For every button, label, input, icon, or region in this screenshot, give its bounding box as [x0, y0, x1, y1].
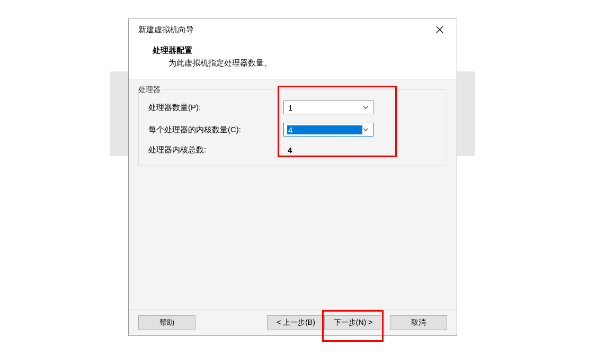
label-total-cores: 处理器内核总数:: [148, 145, 283, 155]
dropdown-value: 4: [287, 125, 362, 134]
wizard-button-bar: 帮助 < 上一步(B) 下一步(N) > 取消: [129, 309, 457, 335]
label-processor-count: 处理器数量(P):: [148, 103, 283, 113]
cancel-button[interactable]: 取消: [390, 315, 447, 330]
chevron-down-icon: [362, 104, 369, 111]
processor-fieldset: 处理器数量(P): 1 每个处理器的内核数量(C): 4: [138, 89, 447, 166]
row-total-cores: 处理器内核总数: 4: [148, 145, 437, 155]
chevron-down-icon: [362, 126, 369, 133]
close-icon[interactable]: [429, 19, 450, 40]
label-cores-per-processor: 每个处理器的内核数量(C):: [148, 125, 283, 135]
dialog-title: 新建虚拟机向导: [138, 25, 194, 35]
wizard-dialog: 新建虚拟机向导 处理器配置 为此虚拟机指定处理器数量。 处理器 处理器数量(P)…: [128, 19, 457, 336]
value-total-cores: 4: [283, 145, 292, 154]
dropdown-value: 1: [288, 103, 362, 112]
row-cores-per-processor: 每个处理器的内核数量(C): 4: [148, 123, 437, 136]
next-button[interactable]: 下一步(N) >: [324, 315, 381, 330]
nav-button-group: < 上一步(B) 下一步(N) >: [267, 315, 381, 330]
titlebar: 新建虚拟机向导: [129, 19, 457, 40]
help-button[interactable]: 帮助: [138, 315, 195, 330]
fieldset-legend: 处理器: [136, 85, 163, 94]
wizard-step-title: 处理器配置: [153, 46, 446, 56]
wizard-content: 处理器 处理器数量(P): 1 每个处理器的内核数量(C): 4: [129, 79, 457, 309]
back-button[interactable]: < 上一步(B): [267, 315, 324, 330]
dropdown-cores-per-processor[interactable]: 4: [283, 123, 373, 136]
dropdown-processor-count[interactable]: 1: [283, 101, 373, 114]
row-processor-count: 处理器数量(P): 1: [148, 101, 437, 114]
wizard-header: 处理器配置 为此虚拟机指定处理器数量。: [129, 40, 457, 79]
wizard-step-subtitle: 为此虚拟机指定处理器数量。: [153, 58, 446, 68]
next-button-wrap: 下一步(N) >: [324, 315, 381, 330]
